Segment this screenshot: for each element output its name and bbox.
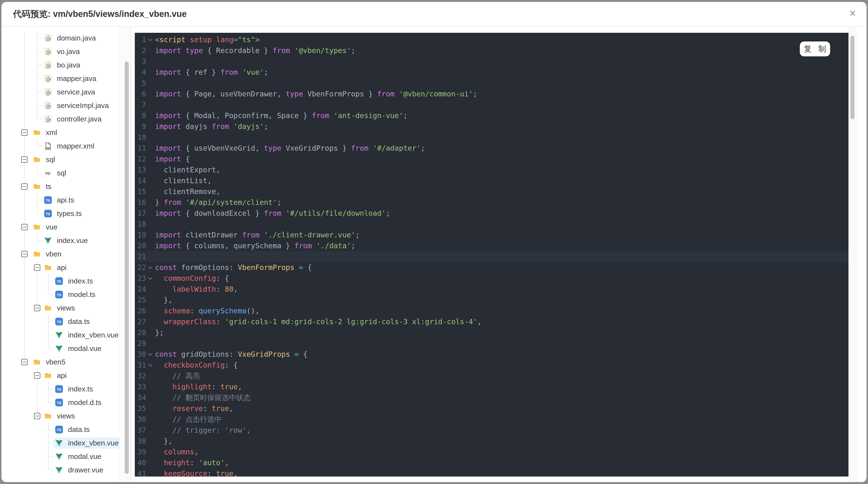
tree-row[interactable]: modal.vue <box>1 450 131 463</box>
tree-row[interactable]: TSapi.ts <box>1 193 131 207</box>
code-text: } from '#/api/system/client'; <box>155 197 281 208</box>
tree-item[interactable]: controller.java <box>42 114 107 125</box>
tree-guide-line <box>48 396 49 402</box>
tree-item-selected[interactable]: index_vben.vue <box>53 438 124 449</box>
tree-row[interactable]: vo.java <box>1 45 131 58</box>
collapse-toggle-icon[interactable] <box>21 156 28 163</box>
tree-row[interactable]: TSdata.ts <box>1 315 131 328</box>
tree-item[interactable]: views <box>42 411 80 422</box>
tree-item[interactable]: TSindex.ts <box>53 276 98 287</box>
code-token: schema <box>164 306 190 315</box>
tree-row[interactable]: xml <box>1 126 131 139</box>
code-scrollbar-thumb[interactable] <box>850 36 855 119</box>
tree-item[interactable]: TSapi.ts <box>42 195 80 205</box>
tree-row[interactable]: modal.vue <box>1 342 131 355</box>
tree-item[interactable]: modal.vue <box>53 451 106 462</box>
collapse-toggle-icon[interactable] <box>34 413 40 419</box>
tree-row[interactable]: views <box>1 301 131 315</box>
tree-item[interactable]: index.vue <box>42 235 93 246</box>
tree-item[interactable]: vue <box>31 222 63 233</box>
fold-chevron-icon[interactable] <box>149 352 152 356</box>
tree-row[interactable]: bo.java <box>1 58 131 72</box>
fold-chevron-icon[interactable] <box>149 276 152 280</box>
tree-row[interactable]: drawer.vue <box>1 463 131 477</box>
tree-row[interactable]: ts <box>1 180 131 193</box>
tree-item[interactable]: domain.java <box>42 33 101 44</box>
tree-row[interactable]: TSdata.ts <box>1 423 131 436</box>
tree-item[interactable]: vben <box>31 249 67 260</box>
close-icon[interactable]: × <box>845 6 860 21</box>
code-token: VxeGridProps <box>238 350 290 358</box>
tree-row[interactable]: views <box>1 409 131 423</box>
line-number: 19 <box>135 229 146 240</box>
tree-row[interactable]: serviceImpl.java <box>1 99 131 112</box>
tree-item[interactable]: serviceImpl.java <box>42 100 114 111</box>
tree-row[interactable]: api <box>1 369 131 382</box>
fold-chevron-icon[interactable] <box>149 38 152 41</box>
tree-item[interactable]: vben5 <box>31 356 71 367</box>
tree-row[interactable]: index_vben.vue <box>1 328 131 342</box>
tree-item[interactable]: TSmodel.ts <box>53 289 100 300</box>
tree-item[interactable]: sql <box>31 154 60 165</box>
tree-item[interactable]: api <box>42 370 72 381</box>
collapse-toggle-icon[interactable] <box>34 305 40 311</box>
tree-item-label: api <box>57 372 66 380</box>
code-token: 80 <box>225 285 234 293</box>
tree-item[interactable]: mapper.java <box>42 73 101 84</box>
code-token: height <box>164 458 190 467</box>
tree-item[interactable]: SQLsql <box>42 167 71 179</box>
tree-row[interactable]: api <box>1 261 131 274</box>
tree-scrollbar-thumb[interactable] <box>125 61 129 474</box>
tree-row[interactable]: TSmodel.ts <box>1 288 131 301</box>
collapse-toggle-icon[interactable] <box>21 129 28 136</box>
collapse-toggle-icon[interactable] <box>21 184 28 190</box>
tree-row[interactable]: domain.java <box>1 31 131 45</box>
tree-row[interactable]: TSmodel.d.ts <box>1 396 131 409</box>
tree-item[interactable]: index_vben.vue <box>53 329 124 341</box>
tree-item[interactable]: service.java <box>42 87 100 98</box>
tree-row[interactable]: mapper.java <box>1 72 131 85</box>
ts-file-icon: TS <box>55 291 63 298</box>
tree-row[interactable]: vben5 <box>1 355 131 369</box>
tree-row[interactable]: controller.java <box>1 112 131 126</box>
tree-item[interactable]: api <box>42 262 72 273</box>
tree-item[interactable]: TSdata.ts <box>53 316 95 327</box>
tree-item[interactable]: xml <box>31 127 62 138</box>
tree-row[interactable]: TStypes.ts <box>1 207 131 220</box>
fold-chevron-icon[interactable] <box>149 265 152 269</box>
collapse-toggle-icon[interactable] <box>21 224 28 230</box>
line-number: 33 <box>135 381 146 392</box>
line-number: 18 <box>135 219 146 229</box>
tree-item[interactable]: TStypes.ts <box>42 208 87 219</box>
tree-item[interactable]: modal.vue <box>53 343 106 354</box>
tree-item[interactable]: ts <box>31 181 57 192</box>
tree-row[interactable]: TSindex.ts <box>1 274 131 288</box>
tree-row[interactable]: index_vben.vue <box>1 436 131 450</box>
tree-item[interactable]: TSmodel.d.ts <box>53 397 106 408</box>
collapse-toggle-icon[interactable] <box>21 251 28 257</box>
collapse-toggle-icon[interactable] <box>21 359 28 365</box>
code-token: import <box>155 90 181 98</box>
tree-item-label: index_vben.vue <box>68 331 119 339</box>
tree-row[interactable]: sql <box>1 153 131 166</box>
collapse-toggle-icon[interactable] <box>34 264 40 271</box>
tree-item[interactable]: TSdata.ts <box>53 424 95 435</box>
collapse-toggle-icon[interactable] <box>34 373 40 379</box>
tree-row[interactable]: XMLmapper.xml <box>1 139 131 153</box>
tree-row[interactable]: TSindex.ts <box>1 382 131 396</box>
fold-chevron-icon[interactable] <box>149 363 152 366</box>
tree-guide-line <box>24 261 25 274</box>
tree-row[interactable]: vben <box>1 247 131 261</box>
tree-item[interactable]: drawer.vue <box>53 464 109 476</box>
tree-row[interactable]: service.java <box>1 85 131 99</box>
tree-item[interactable]: vo.java <box>42 46 85 57</box>
tree-item[interactable]: bo.java <box>42 60 86 71</box>
tree-item[interactable]: views <box>42 302 80 314</box>
code-text: // trigger: 'row', <box>155 425 251 435</box>
copy-button[interactable]: 复 制 <box>800 41 830 56</box>
tree-item[interactable]: XMLmapper.xml <box>42 140 100 152</box>
tree-row[interactable]: index.vue <box>1 234 131 247</box>
tree-item[interactable]: TSindex.ts <box>53 384 98 394</box>
tree-row[interactable]: SQLsql <box>1 166 131 180</box>
tree-row[interactable]: vue <box>1 220 131 234</box>
